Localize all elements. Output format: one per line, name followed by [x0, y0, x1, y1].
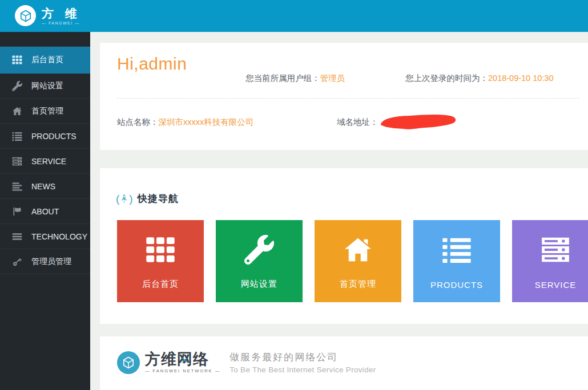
sidebar-item-products[interactable]: PRODUCTS [0, 124, 90, 149]
admin-dashboard: 方 维 — FANGWEI — 后台首页 网站设置 首页管理 PRODUCTS [0, 0, 588, 390]
sidebar: 后台首页 网站设置 首页管理 PRODUCTS SERVICE NEWS [0, 32, 90, 390]
user-group-value[interactable]: 管理员 [320, 74, 345, 83]
sidebar-item-label: 首页管理 [31, 106, 63, 116]
site-name-label: 站点名称： [117, 117, 159, 128]
tile-label: 后台首页 [117, 279, 204, 290]
last-login-value: 2018-09-10 10:30 [488, 74, 554, 83]
sidebar-item-label: SERVICE [31, 157, 66, 166]
brand-text: 方 维 — FANGWEI — [42, 7, 81, 25]
quick-nav-title: 快捷导航 [138, 192, 179, 205]
footer-brand-subtitle: — FANGWEI NETWORK — [145, 368, 220, 373]
dashed-divider [117, 98, 579, 99]
welcome-panel: Hi,admin 您当前所属用户组：管理员 您上次登录的时间为：2018-09-… [100, 43, 588, 150]
sidebar-menu: 后台首页 网站设置 首页管理 PRODUCTS SERVICE NEWS [0, 32, 90, 274]
last-login-label: 您上次登录的时间为： [405, 74, 488, 83]
sidebar-item-technology[interactable]: TECHNOLOGY [0, 224, 90, 249]
brand-logo[interactable]: 方 维 — FANGWEI — [15, 5, 81, 26]
sidebar-item-label: TECHNOLOGY [31, 232, 87, 241]
sidebar-item-dashboard[interactable]: 后台首页 [0, 46, 90, 74]
tile-label: SERVICE [512, 280, 588, 290]
tile-label: 首页管理 [315, 279, 401, 290]
brand-name: 方 维 [42, 7, 81, 21]
sidebar-item-site-settings[interactable]: 网站设置 [0, 74, 90, 99]
rocket-icon: () [116, 193, 133, 204]
user-group-label: 您当前所属用户组： [245, 74, 320, 83]
tile-label: 网站设置 [216, 279, 303, 290]
sidebar-item-label: NEWS [31, 182, 55, 191]
quick-nav-tiles: 后台首页 网站设置 首页管理 PRODUCTS SERVICE [117, 220, 588, 302]
sidebar-item-news[interactable]: NEWS [0, 174, 90, 199]
sidebar-item-label: 网站设置 [31, 81, 63, 91]
quick-nav-tile-service[interactable]: SERVICE [512, 220, 588, 302]
list-icon [413, 235, 500, 265]
home-icon [315, 235, 401, 265]
quick-nav-panel: () 快捷导航 后台首页 网站设置 首页管理 PRODUCTS [100, 168, 588, 324]
sidebar-item-label: 管理员管理 [31, 257, 71, 267]
main-content: Hi,admin 您当前所属用户组：管理员 您上次登录的时间为：2018-09-… [90, 32, 588, 390]
last-login-line: 您上次登录的时间为：2018-09-10 10:30 [405, 73, 554, 84]
grid-icon [12, 55, 22, 65]
footer-brand: 方维网✕络 — FANGWEI NETWORK — [145, 351, 220, 373]
domain-label: 域名地址： [337, 117, 378, 128]
greeting-text: Hi,admin [117, 54, 187, 74]
domain-line: 域名地址： [337, 112, 458, 132]
server-icon [12, 156, 22, 166]
brand-hexagon-icon [15, 5, 36, 26]
app-header: 方 维 — FANGWEI — [0, 0, 588, 32]
sidebar-item-service[interactable]: SERVICE [0, 149, 90, 174]
wrench-icon [216, 235, 303, 265]
footer-taglines: 做服务最好的网络公司 To Be The Best Internet Servi… [229, 351, 376, 374]
footer-panel: 方维网✕络 — FANGWEI NETWORK — 做服务最好的网络公司 To … [100, 336, 588, 390]
sidebar-item-about[interactable]: ABOUT [0, 199, 90, 224]
grid-icon [117, 235, 204, 265]
redacted-domain-scribble [380, 113, 458, 131]
brand-x-mark: ✕ [181, 352, 189, 368]
sidebar-item-home-manage[interactable]: 首页管理 [0, 99, 90, 124]
flag-icon [12, 206, 22, 217]
quick-nav-tile-home-manage[interactable]: 首页管理 [315, 220, 401, 302]
footer-hexagon-icon [117, 351, 140, 374]
footer-brand-name: 方维网✕络 [145, 351, 220, 367]
quick-nav-tile-dashboard[interactable]: 后台首页 [117, 220, 204, 302]
brand-subtitle: — FANGWEI — [42, 21, 81, 25]
sidebar-item-label: PRODUCTS [31, 132, 76, 141]
site-name-line: 站点名称：深圳市xxxxx科技有限公司 [117, 112, 253, 132]
site-name-value[interactable]: 深圳市xxxxx科技有限公司 [159, 117, 254, 128]
key-icon [12, 257, 22, 267]
list-icon [12, 131, 22, 141]
home-icon [12, 106, 22, 116]
user-group-line: 您当前所属用户组：管理员 [245, 73, 345, 84]
tile-label: PRODUCTS [413, 280, 500, 290]
sidebar-item-label: 后台首页 [31, 55, 63, 65]
footer-tagline-cn: 做服务最好的网络公司 [229, 351, 376, 364]
server-icon [512, 235, 588, 265]
sidebar-item-label: ABOUT [31, 207, 59, 216]
quick-nav-title-row: () 快捷导航 [116, 192, 179, 205]
footer-tagline-en: To Be The Best Internet Service Provider [229, 365, 376, 374]
footer-brand-row: 方维网✕络 — FANGWEI NETWORK — 做服务最好的网络公司 To … [117, 351, 376, 374]
quick-nav-tile-products[interactable]: PRODUCTS [413, 220, 500, 302]
quick-nav-tile-site-settings[interactable]: 网站设置 [216, 220, 303, 302]
wrench-icon [12, 81, 22, 91]
sidebar-item-admin-manage[interactable]: 管理员管理 [0, 249, 90, 274]
bars-icon [12, 231, 22, 242]
align-left-icon [12, 181, 22, 192]
